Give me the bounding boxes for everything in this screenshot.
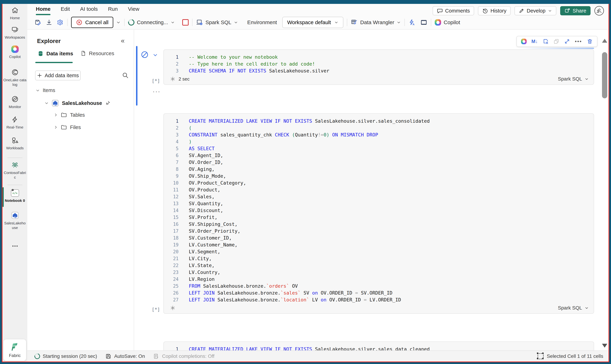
scroll-down-arrow[interactable] [602, 344, 607, 348]
run-options-chevron[interactable] [152, 52, 158, 58]
stop-session-icon[interactable] [182, 19, 189, 26]
code-line[interactable]: 18SV.Customer_ID, [164, 234, 594, 241]
code-line[interactable]: 27LEFT JOIN SalesLakehouse.bronze.`locat… [164, 296, 594, 303]
sidebar-item-monitor[interactable]: Monitor [2, 95, 27, 109]
code-line[interactable]: 14SV.Discount, [164, 207, 594, 214]
add-data-items-button[interactable]: Add data items [35, 70, 81, 80]
code-line[interactable]: 19LV.Customer_Name, [164, 241, 594, 248]
tab-resources[interactable]: Resources [80, 51, 114, 56]
quick-actions-icon[interactable]: A [408, 19, 415, 26]
search-icon[interactable] [122, 72, 129, 79]
sidebar-item-workspaces[interactable]: Workspaces [2, 26, 27, 40]
more-cell-actions-icon[interactable]: ••• [575, 39, 582, 44]
sidebar-item-contosofabric[interactable]: ContosoFabric [2, 161, 27, 180]
code-line[interactable]: 20LV.Segment, [164, 248, 594, 255]
expand-cell-icon[interactable] [564, 39, 570, 44]
code-line[interactable]: 22LV.State, [164, 262, 594, 269]
code-line[interactable]: 26LEFT JOIN SalesLakehouse.bronze.`sales… [164, 289, 594, 296]
code-line[interactable]: 7OV.Order_ID, [164, 159, 594, 166]
code-line[interactable]: 6SV.Agent_ID, [164, 152, 594, 159]
menu-run[interactable]: Run [108, 6, 118, 14]
cancel-all-chevron[interactable] [116, 20, 121, 25]
settings-gear-icon[interactable] [57, 19, 64, 26]
scrollbar-thumb[interactable] [602, 52, 607, 98]
code-cell-1[interactable]: 1-- Welcome to your new notebook2-- Type… [163, 49, 594, 85]
sidebar-item-copilot[interactable]: Copilot [2, 45, 27, 59]
focus-mode-icon[interactable] [420, 19, 427, 26]
code-line[interactable]: 2-- Type here in the cell editor to add … [164, 60, 594, 67]
copilot-completions-status[interactable]: Copilot completions: Off [153, 353, 214, 359]
fabric-home-button[interactable]: Fabric [3, 339, 26, 361]
copy-cell-icon[interactable] [553, 39, 559, 44]
code-line[interactable]: 10OV.Product_Category, [164, 180, 594, 186]
code-cell-3[interactable]: 1CREATE MATERIALIZED LAKE VIEW IF NOT EX… [163, 341, 594, 351]
code-line[interactable]: 24LV.Region [164, 276, 594, 283]
code-line[interactable]: 1-- Welcome to your new notebook [164, 53, 594, 60]
tree-item-saleslakehouse[interactable]: SalesLakehouse [45, 99, 110, 107]
develop-button[interactable]: Develop [515, 6, 556, 15]
notebook-scrollbar[interactable] [601, 30, 608, 351]
copilot-button[interactable]: Copilot [435, 19, 460, 26]
comments-button[interactable]: Comments [433, 6, 474, 15]
data-wrangler-dropdown[interactable]: Data Wrangler [351, 19, 401, 26]
menu-ai-tools[interactable]: AI tools [80, 6, 98, 14]
language-dropdown[interactable]: Spark SQL [196, 19, 238, 26]
cell-1-code[interactable]: 1-- Welcome to your new notebook2-- Type… [164, 50, 594, 74]
autosave-status[interactable]: AutoSave: On [105, 353, 145, 359]
copilot-cell-icon[interactable] [521, 39, 527, 44]
sidebar-item-notebook-0[interactable]: </> Notebook 0 [2, 189, 27, 203]
collapse-explorer-icon[interactable]: « [121, 37, 124, 45]
pin-icon[interactable] [105, 101, 110, 106]
code-line[interactable]: 9OV.Ship_Mode, [164, 173, 594, 180]
code-line[interactable]: 2( [164, 124, 594, 131]
workspace-default-dropdown[interactable]: Workspace default [282, 17, 343, 28]
code-line[interactable]: 8OV.Aging, [164, 166, 594, 173]
code-line[interactable]: 23LV.Country, [164, 269, 594, 276]
sidebar-item-home[interactable]: Home [2, 6, 27, 20]
cell-2-code[interactable]: 1CREATE MATERIALIZED LAKE VIEW IF NOT EX… [164, 114, 594, 303]
code-line[interactable]: 3CREATE SCHEMA IF NOT EXISTS SalesLakeho… [164, 67, 594, 74]
tree-item-tables[interactable]: Tables [54, 112, 85, 118]
account-avatar[interactable] [594, 6, 604, 15]
tree-item-items[interactable]: Items [36, 87, 55, 93]
environment-label[interactable]: Environment [247, 19, 277, 25]
code-line[interactable]: 13SV.Quantity, [164, 200, 594, 207]
code-line[interactable]: 17SV.Order_Priority, [164, 228, 594, 234]
cell-1-language-dropdown[interactable]: Spark SQL [558, 76, 589, 82]
cancel-all-button[interactable]: Cancel all [71, 17, 113, 28]
clear-outputs-icon[interactable] [543, 39, 549, 44]
between-cells-more[interactable]: ... [153, 86, 161, 94]
cell-2-language-dropdown[interactable]: Spark SQL [558, 305, 589, 311]
scroll-up-arrow[interactable] [602, 39, 607, 43]
code-line[interactable]: 25FROM SalesLakehouse.bronze.`orders` OV [164, 283, 594, 289]
code-line[interactable]: 21LV.City, [164, 255, 594, 262]
cancel-run-cell-button[interactable] [140, 51, 149, 59]
share-button[interactable]: Share [560, 6, 591, 15]
code-line[interactable]: 11OV.Product, [164, 186, 594, 193]
save-icon[interactable] [34, 19, 41, 26]
code-line[interactable]: 3CONSTRAINT sales_quantity_chk CHECK (Qu… [164, 131, 594, 138]
code-line[interactable]: 1CREATE MATERIALIZED LAKE VIEW IF NOT EX… [164, 117, 594, 124]
sidebar-item-real-time[interactable]: Real-Time [2, 116, 27, 130]
code-line[interactable]: 1CREATE MATERIALIZED LAKE VIEW IF NOT EX… [164, 346, 594, 351]
tab-data-items[interactable]: Data items [37, 51, 73, 57]
menu-view[interactable]: View [128, 6, 139, 14]
sidebar-item-more[interactable] [2, 242, 27, 250]
code-cell-2[interactable]: 1CREATE MATERIALIZED LAKE VIEW IF NOT EX… [163, 113, 594, 314]
code-line[interactable]: 12SV.Sales, [164, 193, 594, 200]
sidebar-item-workloads[interactable]: Workloads [2, 136, 27, 150]
sidebar-item-onelake-catalog[interactable]: OneLake catalog [2, 68, 27, 87]
code-line[interactable]: 15SV.Profit, [164, 214, 594, 221]
session-status[interactable]: Starting session (20 sec) [34, 353, 97, 359]
menu-home[interactable]: Home [36, 6, 51, 14]
download-icon[interactable] [46, 19, 52, 26]
markdown-convert-icon[interactable]: M↓ [531, 39, 538, 44]
cell-3-code[interactable]: 1CREATE MATERIALIZED LAKE VIEW IF NOT EX… [164, 342, 594, 351]
code-line[interactable]: 5AS SELECT [164, 145, 594, 152]
tree-item-files[interactable]: Files [54, 124, 81, 130]
sidebar-item-saleslakehouse[interactable]: SalesLakehouse [2, 211, 27, 230]
code-line[interactable]: 16SV.Shipping_Cost, [164, 221, 594, 228]
menu-edit[interactable]: Edit [61, 6, 70, 14]
code-line[interactable]: 4) [164, 138, 594, 145]
history-button[interactable]: History [478, 6, 511, 15]
